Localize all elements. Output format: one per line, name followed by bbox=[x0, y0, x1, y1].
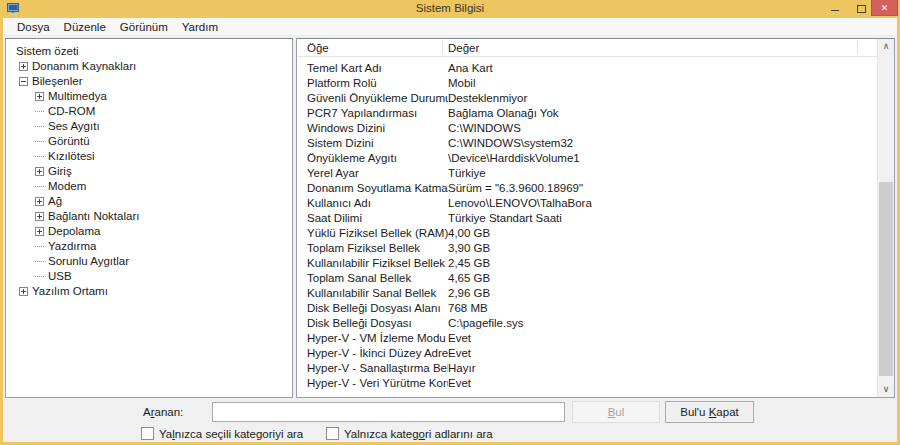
tree-connector bbox=[35, 126, 44, 127]
tree-connector bbox=[35, 186, 44, 187]
close-find-button[interactable]: Bul'u Kapat bbox=[665, 401, 754, 423]
tree-item-label: Ses Aygıtı bbox=[48, 119, 100, 134]
column-divider[interactable] bbox=[442, 41, 443, 54]
menu-edit[interactable]: Düzenle bbox=[57, 20, 113, 34]
table-row[interactable]: Önyükleme Aygıtı\Device\HarddiskVolume1 bbox=[297, 151, 894, 166]
tree-item[interactable]: Bileşenler bbox=[6, 74, 292, 89]
table-row[interactable]: Hyper-V - Sanallaştırma Belleni...Hayır bbox=[297, 361, 894, 376]
tree-items: Sistem özetiDonanım KaynaklarıBileşenler… bbox=[6, 44, 292, 299]
tree-item[interactable]: Sorunlu Aygıtlar bbox=[6, 254, 292, 269]
tree-item[interactable]: Ağ bbox=[6, 194, 292, 209]
search-input[interactable] bbox=[212, 402, 565, 422]
tree-item[interactable]: Görüntü bbox=[6, 134, 292, 149]
tree-item[interactable]: Donanım Kaynakları bbox=[6, 59, 292, 74]
item-cell: Toplam Fiziksel Bellek bbox=[307, 241, 448, 256]
column-header-item[interactable]: Öğe bbox=[307, 42, 448, 54]
expand-plus-icon[interactable] bbox=[35, 197, 44, 206]
search-category-names-option[interactable]: Yalnızca kategori adlarını ara bbox=[326, 427, 493, 440]
tree-item-label: Bağlantı Noktaları bbox=[48, 209, 139, 224]
table-row[interactable]: Toplam Fiziksel Bellek3,90 GB bbox=[297, 241, 894, 256]
table-row[interactable]: Platform RolüMobil bbox=[297, 76, 894, 91]
tree-item[interactable]: Modem bbox=[6, 179, 292, 194]
list-header-row: Öğe Değer bbox=[297, 39, 894, 57]
maximize-button[interactable] bbox=[854, 0, 868, 16]
table-row[interactable]: Donanım Soyutlama KatmanıSürüm = "6.3.96… bbox=[297, 181, 894, 196]
scroll-up-icon[interactable]: ∧ bbox=[878, 39, 894, 54]
tree-item[interactable]: Yazdırma bbox=[6, 239, 292, 254]
column-header-value[interactable]: Değer bbox=[448, 42, 894, 54]
expand-plus-icon[interactable] bbox=[35, 212, 44, 221]
tree-item-label: Yazılım Ortamı bbox=[32, 284, 108, 299]
tree-item[interactable]: Yazılım Ortamı bbox=[6, 284, 292, 299]
tree-item[interactable]: Giriş bbox=[6, 164, 292, 179]
item-cell: PCR7 Yapılandırması bbox=[307, 106, 448, 121]
item-cell: Hyper-V - İkinci Düzey Adres Ç... bbox=[307, 346, 448, 361]
tree-item[interactable]: USB bbox=[6, 269, 292, 284]
table-row[interactable]: Toplam Sanal Bellek4,65 GB bbox=[297, 271, 894, 286]
value-cell: C:\WINDOWS\system32 bbox=[448, 136, 894, 151]
checkbox-icon[interactable] bbox=[141, 427, 154, 440]
expand-plus-icon[interactable] bbox=[35, 92, 44, 101]
table-row[interactable]: Kullanıcı AdıLenovo\LENOVO\TalhaBora bbox=[297, 196, 894, 211]
table-row[interactable]: Saat DilimiTürkiye Standart Saati bbox=[297, 211, 894, 226]
table-row[interactable]: Hyper-V - VM İzleme Modu Uz...Evet bbox=[297, 331, 894, 346]
tree-connector bbox=[35, 246, 44, 247]
table-row[interactable]: Hyper-V - Veri Yürütme Korum...Evet bbox=[297, 376, 894, 391]
search-selected-category-option[interactable]: Yalnızca seçili kategoriyi ara bbox=[141, 427, 303, 440]
scrollbar-thumb[interactable] bbox=[879, 182, 893, 376]
tree-item[interactable]: Ses Aygıtı bbox=[6, 119, 292, 134]
expand-plus-icon[interactable] bbox=[35, 167, 44, 176]
table-row[interactable]: Kullanılabilir Fiziksel Bellek2,45 GB bbox=[297, 256, 894, 271]
minimize-button[interactable] bbox=[828, 0, 842, 16]
vertical-scrollbar[interactable]: ∧ ∨ bbox=[877, 39, 894, 397]
table-row[interactable]: Sistem DiziniC:\WINDOWS\system32 bbox=[297, 136, 894, 151]
table-row[interactable]: PCR7 YapılandırmasıBağlama Olanağı Yok bbox=[297, 106, 894, 121]
column-divider[interactable] bbox=[857, 41, 858, 54]
expand-plus-icon[interactable] bbox=[19, 287, 28, 296]
table-row[interactable]: Yerel AyarTürkiye bbox=[297, 166, 894, 181]
tree-item[interactable]: Bağlantı Noktaları bbox=[6, 209, 292, 224]
checkbox-icon[interactable] bbox=[326, 427, 339, 440]
close-button[interactable]: ✕ bbox=[871, 0, 898, 16]
table-row[interactable]: Windows DiziniC:\WINDOWS bbox=[297, 121, 894, 136]
value-cell: 2,45 GB bbox=[448, 256, 894, 271]
menu-bar: Dosya Düzenle Görünüm Yardım bbox=[3, 18, 897, 36]
item-cell: Yerel Ayar bbox=[307, 166, 448, 181]
tree-item-label: Görüntü bbox=[48, 134, 90, 149]
item-cell: Disk Belleği Dosyası bbox=[307, 316, 448, 331]
scroll-down-icon[interactable]: ∨ bbox=[878, 382, 894, 397]
expand-plus-icon[interactable] bbox=[19, 62, 28, 71]
table-row[interactable]: Hyper-V - İkinci Düzey Adres Ç...Evet bbox=[297, 346, 894, 361]
table-row[interactable]: Yüklü Fiziksel Bellek (RAM)4,00 GB bbox=[297, 226, 894, 241]
table-row[interactable]: Temel Kart AdıAna Kart bbox=[297, 61, 894, 76]
tree-item[interactable]: Kızılötesi bbox=[6, 149, 292, 164]
detail-list-panel: Öğe Değer Temel Kart AdıAna KartPlatform… bbox=[296, 38, 895, 398]
collapse-minus-icon[interactable] bbox=[19, 77, 28, 86]
table-row[interactable]: Kullanılabilir Sanal Bellek2,96 GB bbox=[297, 286, 894, 301]
menu-view[interactable]: Görünüm bbox=[113, 20, 175, 34]
value-cell: Evet bbox=[448, 346, 894, 361]
menu-file[interactable]: Dosya bbox=[10, 20, 57, 34]
tree-item[interactable]: CD-ROM bbox=[6, 104, 292, 119]
value-cell: Evet bbox=[448, 331, 894, 346]
item-cell: Kullanılabilir Sanal Bellek bbox=[307, 286, 448, 301]
find-button[interactable]: Bul bbox=[572, 401, 660, 423]
table-row[interactable]: Disk Belleği Dosyası Alanı768 MB bbox=[297, 301, 894, 316]
content-area: Sistem özetiDonanım KaynaklarıBileşenler… bbox=[3, 36, 897, 442]
item-cell: Platform Rolü bbox=[307, 76, 448, 91]
tree-item[interactable]: Sistem özeti bbox=[6, 44, 292, 59]
detail-rows: Temel Kart AdıAna KartPlatform RolüMobil… bbox=[297, 57, 894, 391]
table-row[interactable]: Disk Belleği DosyasıC:\pagefile.sys bbox=[297, 316, 894, 331]
minimize-icon bbox=[831, 10, 839, 11]
value-cell: Lenovo\LENOVO\TalhaBora bbox=[448, 196, 894, 211]
table-row[interactable]: Güvenli Önyükleme DurumuDesteklenmiyor bbox=[297, 91, 894, 106]
tree-connector bbox=[35, 276, 44, 277]
item-cell: Yüklü Fiziksel Bellek (RAM) bbox=[307, 226, 448, 241]
title-bar[interactable]: Sistem Bilgisi ✕ bbox=[0, 0, 900, 18]
expand-plus-icon[interactable] bbox=[35, 227, 44, 236]
menu-help[interactable]: Yardım bbox=[175, 20, 225, 34]
tree-item[interactable]: Depolama bbox=[6, 224, 292, 239]
item-cell: Toplam Sanal Bellek bbox=[307, 271, 448, 286]
tree-item[interactable]: Multimedya bbox=[6, 89, 292, 104]
tree-item-label: Sorunlu Aygıtlar bbox=[48, 254, 129, 269]
